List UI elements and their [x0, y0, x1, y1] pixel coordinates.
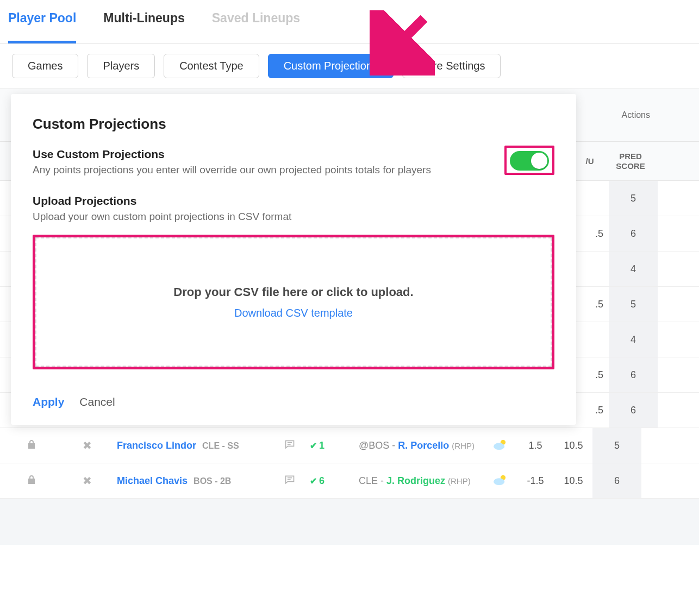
upload-projections-description: Upload your own custom point projections…: [33, 211, 511, 223]
comment-icon[interactable]: [269, 439, 310, 452]
remove-icon[interactable]: ✖: [63, 439, 111, 452]
opponent-cell: @BOS - R. Porcello (RHP): [359, 440, 484, 451]
weather-icon: [484, 474, 516, 488]
tab-saved-lineups[interactable]: Saved Lineups: [212, 11, 300, 43]
upload-projections-title: Upload Projections: [33, 194, 554, 208]
use-custom-projections-title: Use Custom Projections: [33, 148, 431, 161]
lock-icon[interactable]: [0, 475, 63, 487]
total-cell: 10.5: [554, 440, 592, 451]
player-link[interactable]: Francisco Lindor: [117, 440, 196, 451]
player-row: ✖ Michael Chavis BOS - 2B 6 CLE - J. Rod…: [0, 463, 699, 499]
svg-point-5: [494, 443, 504, 450]
actions-column-header: Actions: [622, 110, 699, 120]
ou-column-header: /U: [579, 156, 601, 166]
weather-icon: [484, 438, 516, 453]
cancel-button[interactable]: Cancel: [79, 395, 115, 408]
content-area: Actions /U PRED SCORE 5 .5 6 4 .5 5: [0, 89, 699, 545]
download-csv-template-link[interactable]: Download CSV template: [234, 307, 353, 319]
use-custom-projections-toggle[interactable]: [510, 151, 549, 171]
pred-score-column-header: PRED SCORE: [606, 152, 655, 171]
apply-button[interactable]: Apply: [33, 395, 64, 408]
ou-cell: .5: [576, 369, 603, 381]
dropzone-highlight: Drop your CSV file here or click to uplo…: [33, 235, 554, 369]
toggle-knob: [531, 153, 547, 169]
filter-contest-type[interactable]: Contest Type: [164, 54, 259, 78]
tab-player-pool[interactable]: Player Pool: [8, 11, 76, 43]
custom-projections-dialog: Custom Projections Use Custom Projection…: [11, 94, 576, 425]
player-team: BOS - 2B: [194, 476, 231, 486]
pred-cell: 6: [609, 393, 658, 428]
use-custom-projections-description: Any points projections you enter will ov…: [33, 164, 431, 176]
total-cell: 10.5: [554, 475, 592, 487]
confirmed-cell: 6: [310, 475, 359, 487]
player-link[interactable]: Michael Chavis: [117, 475, 188, 486]
pred-cell: 6: [592, 463, 641, 498]
filter-row: Games Players Contest Type Custom Projec…: [0, 44, 699, 89]
comment-icon[interactable]: [269, 474, 310, 488]
dropzone-text: Drop your CSV file here or click to uplo…: [173, 285, 413, 299]
pred-cell: 6: [609, 357, 658, 392]
pred-cell: 5: [609, 287, 658, 322]
svg-point-9: [494, 478, 504, 485]
player-row: ✖ Francisco Lindor CLE - SS 1 @BOS - R. …: [0, 428, 699, 463]
opposing-pitcher[interactable]: J. Rodriguez: [386, 475, 445, 486]
toggle-highlight: [504, 146, 554, 175]
filter-custom-projections[interactable]: Custom Projections: [268, 54, 394, 78]
confirmed-cell: 1: [310, 440, 359, 451]
pred-cell: 4: [609, 322, 658, 357]
remove-icon[interactable]: ✖: [63, 474, 111, 487]
ou-cell: .5: [576, 299, 603, 310]
opposing-pitcher[interactable]: R. Porcello: [398, 440, 449, 451]
pred-cell: 5: [592, 428, 641, 463]
ou-cell: .5: [576, 228, 603, 240]
spread-cell: -1.5: [516, 475, 554, 487]
player-name-cell: Francisco Lindor CLE - SS: [111, 440, 269, 451]
spread-cell: 1.5: [516, 440, 554, 451]
opponent-cell: CLE - J. Rodriguez (RHP): [359, 475, 484, 487]
tab-multi-lineups[interactable]: Multi-Lineups: [103, 11, 184, 43]
filter-more-settings[interactable]: More Settings: [402, 54, 501, 78]
main-tabs: Player Pool Multi-Lineups Saved Lineups: [0, 0, 699, 44]
pred-cell: 6: [609, 216, 658, 251]
ou-cell: .5: [576, 405, 603, 416]
dialog-title: Custom Projections: [33, 116, 554, 133]
filter-games[interactable]: Games: [12, 54, 78, 78]
csv-dropzone[interactable]: Drop your CSV file here or click to uplo…: [35, 237, 552, 367]
pred-cell: 5: [609, 181, 658, 216]
player-team: CLE - SS: [202, 441, 239, 450]
filter-players[interactable]: Players: [87, 54, 155, 78]
lock-icon[interactable]: [0, 439, 63, 452]
player-name-cell: Michael Chavis BOS - 2B: [111, 475, 269, 487]
pred-cell: 4: [609, 252, 658, 286]
